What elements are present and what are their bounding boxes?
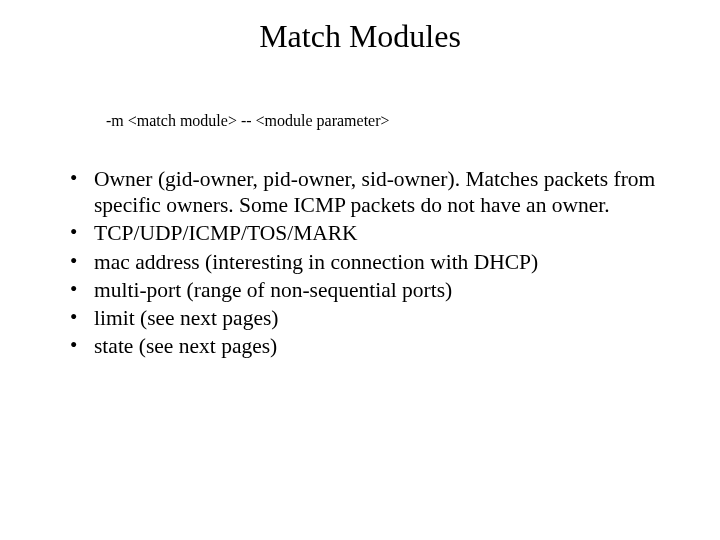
list-item: multi-port (range of non-sequential port… bbox=[66, 277, 680, 303]
list-item: mac address (interesting in connection w… bbox=[66, 249, 680, 275]
content-area: Owner (gid-owner, pid-owner, sid-owner).… bbox=[66, 166, 680, 362]
page-title: Match Modules bbox=[0, 18, 720, 55]
slide: Match Modules -m <match module> -- <modu… bbox=[0, 0, 720, 540]
list-item: TCP/UDP/ICMP/TOS/MARK bbox=[66, 220, 680, 246]
list-item: state (see next pages) bbox=[66, 333, 680, 359]
list-item: limit (see next pages) bbox=[66, 305, 680, 331]
syntax-line: -m <match module> -- <module parameter> bbox=[106, 112, 390, 130]
list-item: Owner (gid-owner, pid-owner, sid-owner).… bbox=[66, 166, 680, 218]
bullet-list: Owner (gid-owner, pid-owner, sid-owner).… bbox=[66, 166, 680, 360]
